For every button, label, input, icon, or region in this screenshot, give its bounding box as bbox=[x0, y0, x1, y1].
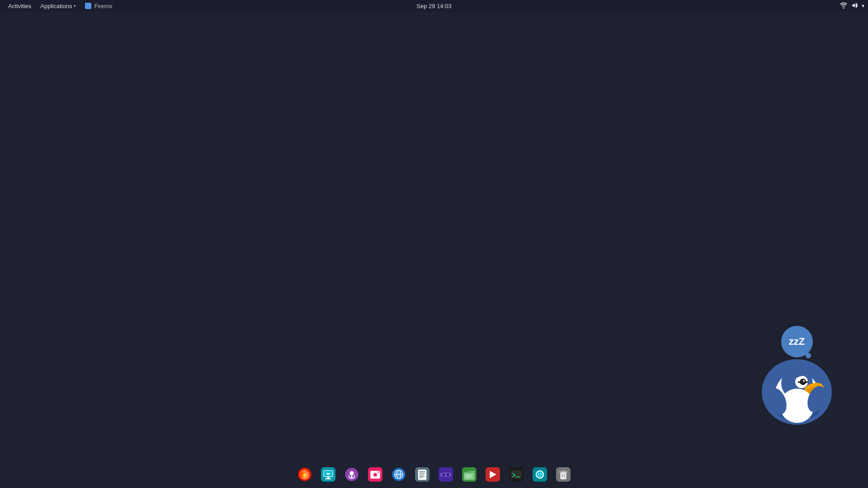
activities-button[interactable]: Activities bbox=[4, 0, 36, 12]
dock-item-browser[interactable] bbox=[388, 464, 410, 485]
active-window[interactable]: Firerox bbox=[80, 0, 117, 12]
svg-rect-35 bbox=[419, 476, 425, 476]
taskbar bbox=[0, 461, 868, 488]
svg-rect-45 bbox=[466, 476, 472, 476]
svg-point-40 bbox=[446, 473, 449, 476]
volume-icon[interactable] bbox=[851, 2, 858, 10]
svg-rect-62 bbox=[564, 474, 565, 478]
ddg-body bbox=[762, 359, 832, 425]
desktop: zzZ bbox=[0, 12, 868, 461]
dock-item-firefox[interactable] bbox=[294, 464, 316, 485]
applications-label: Applications bbox=[40, 3, 72, 9]
svg-point-55 bbox=[538, 473, 539, 474]
svg-point-56 bbox=[540, 473, 542, 474]
dock-item-terminal[interactable] bbox=[505, 464, 527, 485]
svg-rect-16 bbox=[327, 477, 329, 478]
active-window-label: Firerox bbox=[94, 3, 112, 9]
ddg-mascot: zzZ bbox=[762, 326, 832, 425]
svg-rect-32 bbox=[419, 471, 425, 472]
svg-rect-59 bbox=[559, 471, 568, 473]
dock-item-files[interactable] bbox=[458, 464, 480, 485]
activities-label: Activities bbox=[8, 3, 31, 9]
svg-point-5 bbox=[803, 380, 805, 382]
topbar: Activities Applications ▾ Firerox Sep 29… bbox=[0, 0, 868, 12]
dock-item-remmina[interactable] bbox=[317, 464, 339, 485]
svg-point-39 bbox=[442, 473, 445, 476]
svg-point-25 bbox=[377, 471, 379, 473]
svg-point-54 bbox=[537, 471, 542, 477]
dock-item-texteditor[interactable] bbox=[411, 464, 433, 485]
svg-rect-61 bbox=[562, 474, 563, 478]
topbar-left: Activities Applications ▾ Firerox bbox=[4, 0, 117, 12]
system-menu-arrow[interactable]: ▾ bbox=[862, 3, 864, 9]
svg-rect-36 bbox=[419, 478, 423, 478]
svg-rect-17 bbox=[325, 479, 331, 479]
applications-caret: ▾ bbox=[74, 4, 76, 8]
svg-rect-51 bbox=[516, 477, 520, 478]
dock-item-photos[interactable] bbox=[364, 464, 386, 485]
applications-button[interactable]: Applications ▾ bbox=[36, 0, 80, 12]
svg-rect-34 bbox=[419, 474, 424, 475]
svg-rect-41 bbox=[445, 474, 447, 475]
zzz-text: zzZ bbox=[789, 336, 805, 347]
svg-rect-50 bbox=[511, 470, 522, 479]
svg-rect-46 bbox=[466, 478, 471, 478]
dock-item-store[interactable] bbox=[482, 464, 504, 485]
svg-rect-44 bbox=[466, 474, 473, 475]
topbar-right: ▾ bbox=[840, 2, 864, 10]
window-icon bbox=[85, 3, 91, 9]
dock-item-trash[interactable] bbox=[552, 464, 574, 485]
datetime-label: Sep 29 14:03 bbox=[416, 3, 451, 9]
dock-item-podcasts[interactable] bbox=[341, 464, 363, 485]
svg-rect-20 bbox=[351, 475, 353, 478]
dock-item-vr[interactable] bbox=[435, 464, 457, 485]
svg-point-4 bbox=[800, 379, 806, 385]
duck-svg bbox=[763, 358, 831, 426]
svg-point-19 bbox=[349, 471, 354, 475]
topbar-clock: Sep 29 14:03 bbox=[416, 3, 451, 9]
dock-item-app[interactable] bbox=[529, 464, 551, 485]
wifi-icon[interactable] bbox=[840, 2, 847, 10]
svg-point-24 bbox=[374, 473, 377, 476]
ddg-dot bbox=[806, 353, 811, 358]
svg-rect-33 bbox=[419, 473, 425, 474]
svg-rect-58 bbox=[560, 473, 566, 479]
svg-rect-60 bbox=[562, 470, 565, 472]
